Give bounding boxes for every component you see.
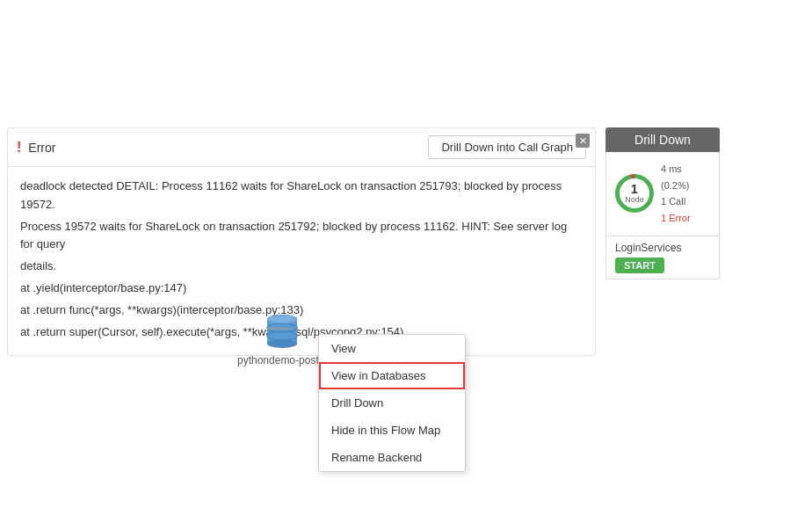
stat-errors: 1 Error <box>661 210 710 227</box>
node-circle: 1 Node <box>615 174 654 213</box>
drill-down-panel: Drill Down 1 Node 4 ms (0.2%) 1 Call 1 E… <box>605 127 720 279</box>
start-badge: START <box>615 258 664 273</box>
context-menu-drill-down[interactable]: Drill Down <box>319 389 465 417</box>
error-header: ! Error Drill Down into Call Graph ✕ <box>8 128 595 167</box>
drill-down-call-graph-button[interactable]: Drill Down into Call Graph <box>428 135 586 159</box>
main-area: ! Error Drill Down into Call Graph ✕ dea… <box>0 0 812 515</box>
error-label: Error <box>28 141 55 155</box>
context-menu-rename-backend[interactable]: Rename Backend <box>319 444 465 471</box>
database-label: pythondemo-post... <box>237 354 328 366</box>
node-inner: 1 Node <box>620 178 649 208</box>
login-services: LoginServices START <box>605 236 720 279</box>
error-line-2: Process 19572 waits for ShareLock on tra… <box>20 218 583 255</box>
context-menu-view-in-databases[interactable]: View in Databases <box>319 362 465 389</box>
context-menu-hide-flow-map[interactable]: Hide in this Flow Map <box>319 417 465 444</box>
error-line-1: deadlock detected DETAIL: Process 11162 … <box>20 178 583 214</box>
database-container: pythondemo-post... <box>237 312 328 366</box>
close-button[interactable]: ✕ <box>576 134 590 148</box>
service-name: LoginServices <box>615 242 681 254</box>
error-icon: ! <box>17 140 21 156</box>
svg-point-6 <box>270 316 294 323</box>
drill-down-header: Drill Down <box>605 127 720 152</box>
connector-line <box>267 324 294 333</box>
node-stats: 4 ms (0.2%) 1 Call 1 Error <box>661 161 710 227</box>
error-title-row: ! Error <box>17 140 55 156</box>
stat-calls: 1 Call <box>661 193 710 210</box>
stat-time: 4 ms (0.2%) <box>661 161 710 193</box>
context-menu: View View in Databases Drill Down Hide i… <box>318 334 466 472</box>
node-text: Node <box>625 195 644 204</box>
node-card: 1 Node 4 ms (0.2%) 1 Call 1 Error <box>605 152 720 236</box>
error-line-3: details. <box>20 258 583 276</box>
node-number: 1 <box>631 183 638 195</box>
error-line-4: at .yield(interceptor/base.py:147) <box>20 279 583 298</box>
context-menu-view[interactable]: View <box>319 335 465 362</box>
